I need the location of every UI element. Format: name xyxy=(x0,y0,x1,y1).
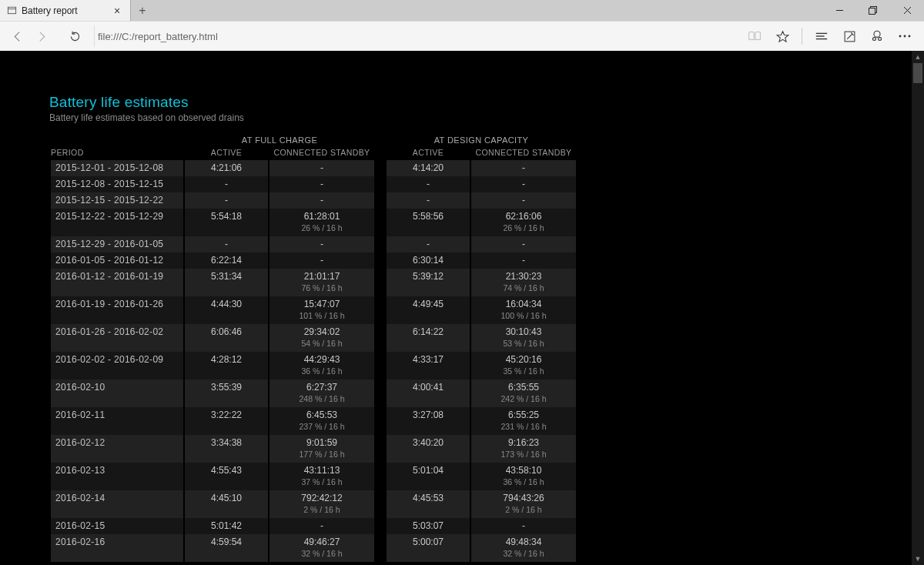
svg-point-14 xyxy=(899,35,902,38)
hub-button[interactable] xyxy=(808,25,835,48)
cell-full-active: 4:44:30 xyxy=(185,296,268,324)
table-row: 2016-01-26 - 2016-02-026:06:4629:34:0254… xyxy=(51,324,576,352)
svg-rect-0 xyxy=(8,7,15,13)
estimates-table: AT FULL CHARGE AT DESIGN CAPACITY PERIOD… xyxy=(49,132,578,562)
cell-design-cs: 30:10:4353 % / 16 h xyxy=(471,324,576,352)
address-bar[interactable]: file:///C:/report_battery.html xyxy=(94,25,734,47)
cell-period: 2016-02-13 xyxy=(51,463,183,490)
cell-full-cs: 792:42:122 % / 16 h xyxy=(270,490,374,518)
cell-period: 2016-02-16 xyxy=(51,534,183,562)
table-row: 2016-02-164:59:5449:46:2732 % / 16 h5:00… xyxy=(51,534,576,562)
reading-view-button[interactable] xyxy=(742,25,768,48)
cell-full-cs: - xyxy=(270,252,374,269)
cell-design-active: 5:58:56 xyxy=(387,209,470,236)
cell-full-active: 4:45:10 xyxy=(185,490,268,518)
cell-design-active: 4:33:17 xyxy=(387,352,470,379)
cell-full-cs: - xyxy=(270,176,374,192)
cell-full-cs: 9:01:59177 % / 16 h xyxy=(270,435,374,463)
cell-full-active: 3:34:38 xyxy=(185,435,268,463)
cell-design-cs: - xyxy=(471,192,576,209)
cell-full-active: 5:54:18 xyxy=(185,209,268,236)
cell-full-active: 4:28:12 xyxy=(185,352,268,379)
svg-point-13 xyxy=(879,38,882,41)
refresh-button[interactable] xyxy=(63,25,86,48)
cell-full-cs: 6:45:53237 % / 16 h xyxy=(270,407,374,435)
webnote-button[interactable] xyxy=(836,25,862,48)
minimize-button[interactable] xyxy=(822,0,856,21)
cell-full-active: 5:31:34 xyxy=(185,269,268,296)
cell-full-cs: 61:28:0126 % / 16 h xyxy=(270,209,374,236)
table-row: 2015-12-15 - 2015-12-22---- xyxy=(51,192,576,209)
close-window-button[interactable] xyxy=(890,0,924,21)
cell-full-cs: 15:47:07101 % / 16 h xyxy=(270,296,374,324)
cell-period: 2016-02-15 xyxy=(51,518,183,534)
cell-full-active: 3:55:39 xyxy=(185,379,268,407)
table-row: 2015-12-08 - 2015-12-15---- xyxy=(51,176,576,192)
cell-full-cs: - xyxy=(270,236,374,252)
scrollbar[interactable]: ▲ ▼ xyxy=(912,51,924,565)
section-title: Battery life estimates xyxy=(49,94,924,111)
cell-period: 2015-12-15 - 2015-12-22 xyxy=(51,192,183,209)
cell-design-active: 5:39:12 xyxy=(387,269,470,296)
cell-full-cs: 6:27:37248 % / 16 h xyxy=(270,379,374,407)
cell-full-active: 3:22:22 xyxy=(185,407,268,435)
cell-design-cs: - xyxy=(471,236,576,252)
scroll-thumb[interactable] xyxy=(913,63,922,83)
table-row: 2016-02-144:45:10792:42:122 % / 16 h4:45… xyxy=(51,490,576,518)
report-content: Battery life estimates Battery life esti… xyxy=(0,51,924,565)
cell-full-active: 6:06:46 xyxy=(185,324,268,352)
cell-design-cs: - xyxy=(471,518,576,534)
table-row: 2015-12-01 - 2015-12-084:21:06-4:14:20- xyxy=(51,160,576,176)
favorite-button[interactable] xyxy=(769,25,795,48)
scroll-up-arrow[interactable]: ▲ xyxy=(912,51,924,63)
cell-full-active: - xyxy=(185,236,268,252)
header-design-cs: CONNECTED STANDBY xyxy=(471,148,576,160)
cell-period: 2016-01-19 - 2016-01-26 xyxy=(51,296,183,324)
cell-design-active: 3:27:08 xyxy=(387,407,470,435)
cell-full-active: - xyxy=(185,176,268,192)
table-row: 2016-01-12 - 2016-01-195:31:3421:01:1776… xyxy=(51,269,576,296)
table-row: 2016-02-123:34:389:01:59177 % / 16 h3:40… xyxy=(51,435,576,463)
scroll-down-arrow[interactable]: ▼ xyxy=(912,553,924,565)
table-row: 2015-12-29 - 2016-01-05---- xyxy=(51,236,576,252)
cell-design-cs: 9:16:23173 % / 16 h xyxy=(471,435,576,463)
address-text: file:///C:/report_battery.html xyxy=(98,31,218,42)
cell-design-cs: - xyxy=(471,160,576,176)
table-row: 2016-02-155:01:42-5:03:07- xyxy=(51,518,576,534)
forward-button[interactable] xyxy=(29,25,52,48)
header-design-capacity: AT DESIGN CAPACITY xyxy=(387,132,576,148)
back-button[interactable] xyxy=(6,25,29,48)
cell-full-active: 4:21:06 xyxy=(185,160,268,176)
cell-design-cs: 49:48:3432 % / 16 h xyxy=(471,534,576,562)
cell-period: 2016-01-12 - 2016-01-19 xyxy=(51,269,183,296)
window-controls xyxy=(822,0,924,21)
cell-full-active: 4:55:43 xyxy=(185,463,268,490)
header-full-charge: AT FULL CHARGE xyxy=(185,132,374,148)
tab-strip: Battery report × + xyxy=(0,0,924,21)
share-button[interactable] xyxy=(864,25,890,48)
cell-full-cs: 44:29:4336 % / 16 h xyxy=(270,352,374,379)
svg-point-16 xyxy=(909,35,911,38)
table-row: 2016-01-19 - 2016-01-264:44:3015:47:0710… xyxy=(51,296,576,324)
header-full-cs: CONNECTED STANDBY xyxy=(270,148,374,160)
cell-period: 2015-12-29 - 2016-01-05 xyxy=(51,236,183,252)
table-row: 2016-02-02 - 2016-02-094:28:1244:29:4336… xyxy=(51,352,576,379)
cell-period: 2016-02-02 - 2016-02-09 xyxy=(51,352,183,379)
svg-rect-4 xyxy=(869,8,875,14)
cell-full-cs: - xyxy=(270,192,374,209)
maximize-button[interactable] xyxy=(856,0,890,21)
cell-full-active: - xyxy=(185,192,268,209)
cell-full-active: 5:01:42 xyxy=(185,518,268,534)
svg-point-12 xyxy=(872,38,875,41)
cell-full-cs: 21:01:1776 % / 16 h xyxy=(270,269,374,296)
tab-close-button[interactable]: × xyxy=(109,5,126,17)
more-button[interactable] xyxy=(892,25,918,48)
cell-design-cs: 794:43:262 % / 16 h xyxy=(471,490,576,518)
header-full-active: ACTIVE xyxy=(185,148,268,160)
cell-design-cs: 21:30:2374 % / 16 h xyxy=(471,269,576,296)
browser-chrome: Battery report × + file:///C:/report_bat… xyxy=(0,0,924,51)
cell-design-cs: 45:20:1635 % / 16 h xyxy=(471,352,576,379)
tab-battery-report[interactable]: Battery report × xyxy=(0,0,131,21)
cell-period: 2016-02-12 xyxy=(51,435,183,463)
new-tab-button[interactable]: + xyxy=(131,0,154,21)
